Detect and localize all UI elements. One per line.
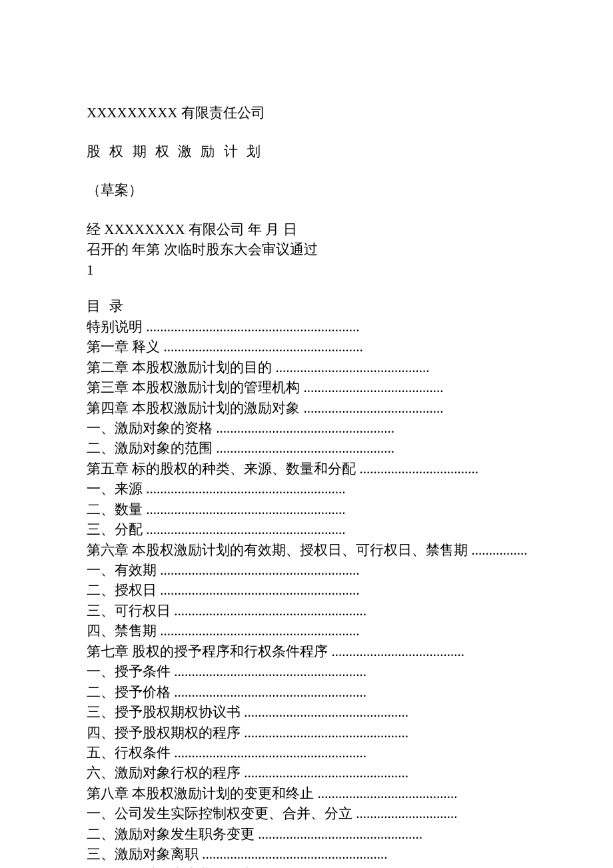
toc-dots: ........................................… [174, 684, 366, 700]
toc-dots: ........................................… [164, 339, 363, 355]
toc-entry: 第四章 本股权激励计划的激励对象 .......................… [87, 398, 526, 418]
toc-entry: 第二章 本股权激励计划的目的 .........................… [87, 357, 526, 377]
toc-text: 一、公司发生实际控制权变更、合并、分立 [87, 805, 356, 821]
toc-dots: ........................................… [160, 623, 359, 639]
toc-dots: ........................................… [174, 745, 366, 761]
toc-entry: 六、激励对象行权的程序 ............................… [87, 763, 526, 783]
plan-title: 股 权 期 权 激 励 计 划 [87, 142, 526, 161]
toc-dots: ........................................… [258, 826, 422, 842]
toc-text: 特别说明 [87, 319, 146, 335]
toc-entry: 一、公司发生实际控制权变更、合并、分立 ....................… [87, 803, 526, 823]
toc-text: 第二章 本股权激励计划的目的 [87, 359, 276, 375]
toc-text: 四、禁售期 [87, 623, 160, 639]
toc-dots: ........................................ [304, 379, 444, 395]
toc-text: 四、授予股权期权的程序 [87, 725, 244, 741]
toc-text: 二、激励对象发生职务变更 [87, 826, 258, 842]
toc-dots: ........................................… [244, 725, 408, 741]
toc-text: 三、激励对象离职 [87, 846, 202, 862]
toc-dots: ........................................ [318, 785, 458, 801]
toc-text: 六、激励对象行权的程序 [87, 765, 244, 781]
toc-entry: 三、激励对象离职 ...............................… [87, 844, 526, 864]
toc-entry: 二、授予价格 .................................… [87, 682, 526, 702]
toc-text: 二、数量 [87, 501, 146, 517]
toc-text: 第六章 本股权激励计划的有效期、授权日、可行权日、禁售期 [87, 542, 472, 558]
page-number: 1 [87, 260, 526, 280]
toc-dots: ........................................… [146, 319, 359, 335]
toc-dots: ........................................… [216, 440, 394, 456]
toc-text: 第一章 释义 [87, 339, 164, 355]
toc-text: 一、来源 [87, 481, 146, 497]
toc-text: 三、授予股权期权协议书 [87, 704, 244, 720]
toc-dots: ........................................… [244, 765, 408, 781]
toc-text: 第八章 本股权激励计划的变更和终止 [87, 785, 318, 801]
toc-dots: ........................................… [146, 521, 345, 537]
toc-entry: 五、行权条件 .................................… [87, 743, 526, 763]
toc-entry: 四、授予股权期权的程序 ............................… [87, 723, 526, 743]
toc-entry: 第八章 本股权激励计划的变更和终止 ......................… [87, 783, 526, 803]
toc-entry: 一、来源 ...................................… [87, 479, 526, 499]
toc-entry: 二、授权日 ..................................… [87, 580, 526, 600]
toc-dots: ........................................… [174, 603, 366, 619]
toc-dots: ........................................… [146, 481, 345, 497]
company-name: XXXXXXXXX 有限责任公司 [87, 103, 526, 122]
toc-text: 一、授予条件 [87, 663, 174, 679]
toc-dots: ........................................… [160, 562, 359, 578]
toc-entry: 第七章 股权的授予程序和行权条件程序 .....................… [87, 641, 526, 661]
toc-entry: 一、有效期 ..................................… [87, 560, 526, 580]
toc-text: 三、分配 [87, 521, 146, 537]
toc-dots: ........................................… [244, 704, 408, 720]
toc-text: 一、有效期 [87, 562, 160, 578]
toc-dots: .................................. [360, 461, 479, 477]
toc-entry: 四、激励对象丧失劳动能力 ...........................… [87, 865, 526, 868]
toc-dots: ............................. [356, 805, 457, 821]
toc-text: 第四章 本股权激励计划的激励对象 [87, 400, 304, 416]
toc-text: 第七章 股权的授予程序和行权条件程序 [87, 643, 332, 659]
toc-text: 第五章 标的股权的种类、来源、数量和分配 [87, 461, 360, 477]
toc-dots: ........................................… [202, 846, 387, 862]
toc-dots: ...................................... [332, 643, 465, 659]
toc-entry: 特别说明 ...................................… [87, 317, 526, 337]
draft-label: （草案） [87, 181, 526, 199]
toc-text: 三、可行权日 [87, 603, 174, 619]
toc-text: 一、激励对象的资格 [87, 420, 216, 436]
toc-entry: 第五章 标的股权的种类、来源、数量和分配 ...................… [87, 459, 526, 479]
toc-entry: 第一章 释义 .................................… [87, 337, 526, 357]
intro-line-1: 经 XXXXXXXX 有限公司 年 月 日 [87, 219, 526, 239]
toc-dots: ........................................… [276, 359, 430, 375]
toc-text: 二、授权日 [87, 582, 160, 598]
toc-dots: .................. [472, 542, 527, 558]
toc-title: 目 录 [87, 296, 526, 316]
intro-line-2: 召开的 年第 次临时股东大会审议通过 [87, 239, 526, 259]
toc-entry: 三、授予股权期权协议书 ............................… [87, 702, 526, 722]
toc-entry: 二、激励对象发生职务变更 ...........................… [87, 824, 526, 844]
toc-text: 第三章 本股权激励计划的管理机构 [87, 379, 304, 395]
toc-text: 五、行权条件 [87, 745, 174, 761]
toc-entry: 四、禁售期 ..................................… [87, 621, 526, 641]
toc-text: 二、激励对象的范围 [87, 440, 216, 456]
toc-dots: ........................................… [160, 582, 359, 598]
toc-entry: 二、数量 ...................................… [87, 499, 526, 519]
toc-entry: 二、激励对象的范围 ..............................… [87, 438, 526, 458]
toc-dots: ........................................ [304, 400, 444, 416]
toc-entry: 一、激励对象的资格 ..............................… [87, 418, 526, 438]
toc-dots: ........................................… [216, 420, 394, 436]
toc-dots: ........................................… [146, 501, 345, 517]
toc-dots: ........................................… [174, 663, 366, 679]
toc-entry: 第三章 本股权激励计划的管理机构 .......................… [87, 377, 526, 397]
toc-entry: 三、分配 ...................................… [87, 519, 526, 539]
toc-text: 二、授予价格 [87, 684, 174, 700]
toc-entry: 一、授予条件 .................................… [87, 661, 526, 681]
toc-entry: 三、可行权日 .................................… [87, 601, 526, 621]
toc-entry: 第六章 本股权激励计划的有效期、授权日、可行权日、禁售期 ...........… [87, 540, 526, 560]
